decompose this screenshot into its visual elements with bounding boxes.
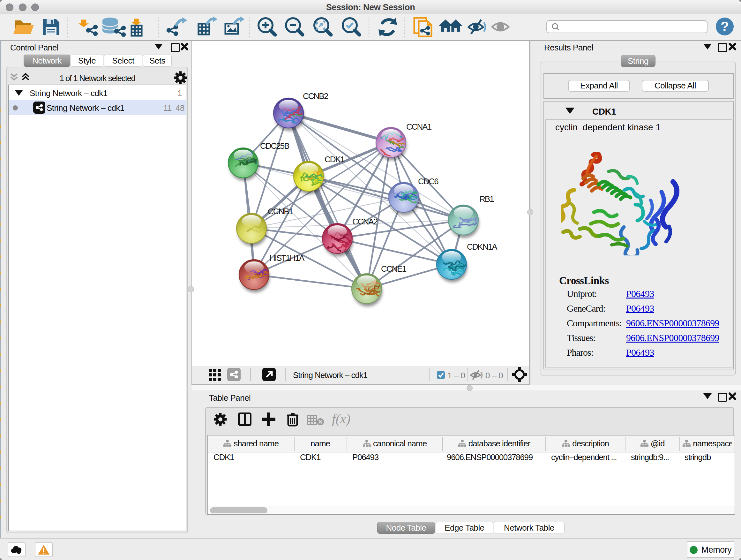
- svg-text:CDKN1A: CDKN1A: [467, 242, 497, 252]
- svg-text:CDC25B: CDC25B: [260, 141, 289, 151]
- svg-text:CCNE1: CCNE1: [381, 264, 407, 273]
- svg-text:CCNA1: CCNA1: [406, 122, 432, 132]
- svg-text:CDK1: CDK1: [325, 154, 345, 164]
- svg-text:CCNA2: CCNA2: [352, 217, 378, 226]
- svg-text:?: ?: [721, 19, 729, 34]
- svg-text:RB1: RB1: [479, 194, 494, 204]
- svg-text:CCNB2: CCNB2: [303, 91, 328, 101]
- svg-text:CCNB1: CCNB1: [268, 206, 293, 216]
- svg-text:HIST1H1A: HIST1H1A: [269, 253, 305, 263]
- svg-text:CDC6: CDC6: [418, 177, 439, 186]
